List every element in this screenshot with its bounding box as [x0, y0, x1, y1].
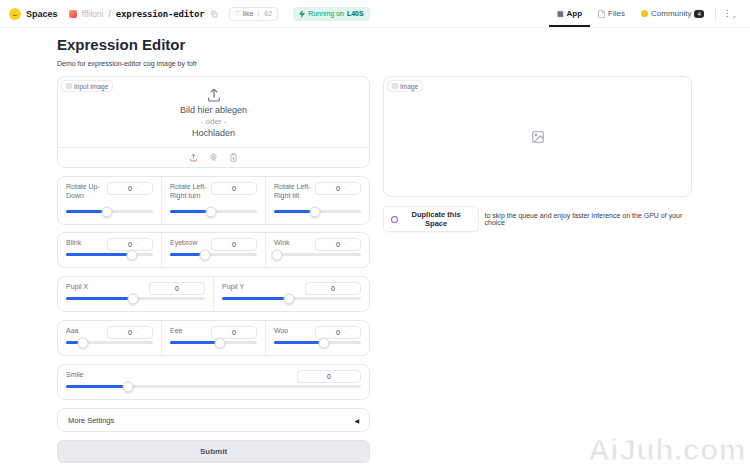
grid-icon: ▦ — [557, 10, 564, 18]
slider-wink: Wink — [265, 233, 369, 267]
slider-value-input[interactable] — [305, 282, 361, 295]
slider-handle[interactable] — [318, 337, 329, 348]
slider-label: Eee — [170, 326, 182, 335]
slider-track[interactable] — [170, 253, 257, 256]
slider-value-input[interactable] — [315, 238, 361, 251]
header: Spaces fffiloni / expression-editor ♡ li… — [0, 0, 750, 28]
slider-track[interactable] — [274, 253, 361, 256]
or-text: - oder - — [201, 117, 227, 126]
slider-label: Pupil X — [66, 282, 88, 291]
file-icon — [598, 10, 605, 18]
like-count[interactable]: 62 — [258, 10, 277, 17]
slider-track[interactable] — [222, 297, 361, 300]
tab-app[interactable]: ▦ App — [549, 0, 590, 27]
slider-handle[interactable] — [215, 337, 226, 348]
duplicate-button-label: Duplicate this Space — [402, 210, 471, 228]
tab-app-label: App — [567, 9, 583, 18]
input-image-dropzone[interactable]: Input Image Bild hier ablegen - oder - H… — [57, 76, 370, 168]
running-status-badge[interactable]: Running on L40S — [293, 7, 370, 21]
slider-handle[interactable] — [78, 337, 89, 348]
slider-rotate-left-right-tilt: Rotate Left-Right tilt — [265, 177, 369, 224]
duplicate-hint-text: to skip the queue and enjoy faster infer… — [485, 212, 692, 226]
slider-label: Rotate Up-Down — [66, 182, 103, 201]
slider-label: Smile — [66, 370, 84, 379]
running-hardware: L40S — [347, 10, 364, 17]
copy-icon[interactable] — [210, 10, 218, 18]
slider-track[interactable] — [66, 253, 153, 256]
slider-label: Rotate Left-Right tilt — [274, 182, 311, 201]
slider-handle[interactable] — [309, 206, 320, 217]
slider-woo: Woo — [265, 321, 369, 355]
slider-label: Wink — [274, 238, 290, 247]
owner-link[interactable]: fffiloni — [82, 9, 104, 19]
slider-handle[interactable] — [127, 249, 138, 260]
page-subtitle: Demo for expression-editor cog image by … — [57, 60, 692, 67]
tab-files-label: Files — [608, 9, 625, 18]
input-image-label: Input Image — [61, 80, 113, 92]
spaces-link[interactable]: Spaces — [26, 9, 58, 19]
accordion-arrow-icon: ◀ — [354, 417, 359, 424]
slider-handle[interactable] — [199, 249, 210, 260]
slider-label: Pupil Y — [222, 282, 244, 291]
slider-track[interactable] — [274, 341, 361, 344]
tab-files[interactable]: Files — [590, 0, 633, 27]
slider-value-input[interactable] — [315, 182, 361, 195]
tab-community[interactable]: Community 4 — [633, 0, 712, 27]
slider-label: Eyebrow — [170, 238, 197, 247]
slider-track[interactable] — [170, 210, 257, 213]
community-count-badge: 4 — [694, 10, 703, 18]
slider-track[interactable] — [66, 297, 205, 300]
slider-value-input[interactable] — [107, 182, 153, 195]
like-button[interactable]: ♡ like 62 — [229, 7, 279, 21]
slider-row-eyes: Blink Eyebrow — [57, 232, 370, 268]
owner-avatar[interactable] — [69, 10, 77, 18]
duplicate-icon — [391, 216, 398, 223]
drop-here-text: Bild hier ablegen — [180, 105, 247, 115]
image-source-toolbar — [58, 147, 369, 167]
header-nav: ▦ App Files Community 4 ⋮↗ — [549, 0, 740, 27]
upload-source-icon[interactable] — [189, 153, 198, 162]
path-separator: / — [108, 9, 110, 19]
slider-value-input[interactable] — [211, 238, 257, 251]
slider-handle[interactable] — [272, 249, 283, 260]
space-name-link[interactable]: expression-editor — [116, 9, 205, 19]
more-settings-accordion[interactable]: More Settings ◀ — [57, 408, 370, 432]
input-column: Input Image Bild hier ablegen - oder - H… — [57, 76, 370, 463]
slider-label: Blink — [66, 238, 81, 247]
slider-row-pupils: Pupil X Pupil Y — [57, 276, 370, 312]
slider-row-mouth: Aaa Eee — [57, 320, 370, 356]
slider-handle[interactable] — [122, 381, 133, 392]
kebab-menu-icon: ⋮ — [723, 8, 732, 18]
output-image-panel: Image — [383, 76, 692, 197]
output-image-label: Image — [387, 80, 423, 92]
slider-track[interactable] — [274, 210, 361, 213]
slider-handle[interactable] — [283, 293, 294, 304]
slider-rotate-left-right-turn: Rotate Left-Right turn — [161, 177, 265, 224]
like-label: like — [243, 10, 254, 17]
slider-handle[interactable] — [127, 293, 138, 304]
slider-value-input[interactable] — [149, 282, 205, 295]
submit-button[interactable]: Submit — [57, 440, 370, 463]
slider-blink: Blink — [58, 233, 161, 267]
huggingface-logo-icon[interactable] — [9, 8, 21, 20]
slider-smile: Smile — [58, 365, 369, 399]
slider-track[interactable] — [66, 385, 361, 388]
slider-track[interactable] — [66, 341, 153, 344]
upload-icon — [206, 87, 222, 103]
slider-track[interactable] — [170, 341, 257, 344]
slider-track[interactable] — [66, 210, 153, 213]
slider-handle[interactable] — [205, 206, 216, 217]
more-options-menu[interactable]: ⋮↗ — [719, 8, 740, 20]
upload-click-text[interactable]: Hochladen — [192, 128, 235, 138]
slider-row-smile: Smile — [57, 364, 370, 400]
slider-value-input[interactable] — [107, 326, 153, 339]
clipboard-paste-icon[interactable] — [229, 153, 238, 162]
slider-handle[interactable] — [101, 206, 112, 217]
slider-label: Aaa — [66, 326, 78, 335]
duplicate-space-button[interactable]: Duplicate this Space — [383, 206, 479, 232]
heart-icon: ♡ — [235, 10, 241, 18]
webcam-icon[interactable] — [209, 153, 218, 162]
duplicate-row: Duplicate this Space to skip the queue a… — [383, 206, 692, 232]
slider-value-input[interactable] — [297, 370, 361, 383]
slider-value-input[interactable] — [211, 182, 257, 195]
